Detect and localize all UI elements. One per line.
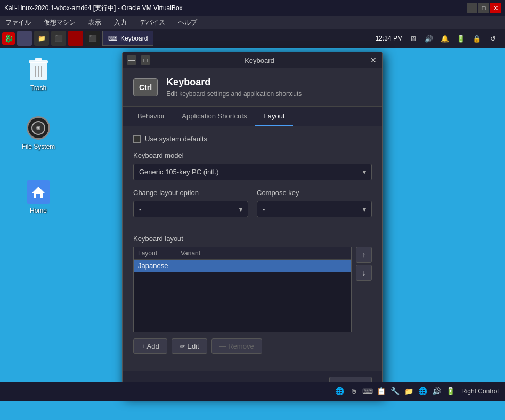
- edit-button[interactable]: ✏ Edit: [172, 338, 207, 354]
- compose-key-dropdown[interactable]: -: [257, 201, 372, 217]
- tb-icon-4[interactable]: 📋: [376, 386, 387, 397]
- win-minimize-btn[interactable]: —: [467, 3, 477, 13]
- tab-behavior[interactable]: Behavior: [129, 107, 173, 126]
- dialog-close-btn[interactable]: ✕: [369, 55, 378, 65]
- taskbar-icon-4[interactable]: [68, 31, 83, 46]
- remove-button[interactable]: — Remove: [211, 338, 262, 354]
- menu-bar: ファイル 仮想マシン 表示 入力 デバイス ヘルプ: [0, 16, 505, 29]
- tb-icon-8[interactable]: 🔊: [431, 386, 442, 397]
- use-system-defaults-label: Use system defaults: [145, 135, 207, 143]
- win-restore-btn[interactable]: □: [478, 3, 489, 13]
- win-close-btn[interactable]: ✕: [490, 3, 501, 13]
- taskbar-right: 12:34 PM 🖥 🔊 🔔 🔋 🔒 ↺: [376, 33, 503, 44]
- taskbar-icon-2[interactable]: 📁: [34, 31, 49, 46]
- tab-layout[interactable]: Layout: [255, 107, 293, 126]
- dialog-title: Keyboard: [154, 56, 364, 64]
- col-header-layout: Layout: [138, 249, 181, 257]
- dialog-minimize-btn[interactable]: —: [127, 55, 136, 65]
- taskbar-refresh-icon[interactable]: ↺: [487, 33, 499, 44]
- dialog-overlay: — □ Keyboard ✕ Ctrl Keyboard Edit keyboa…: [0, 48, 505, 401]
- keyboard-dialog: — □ Keyboard ✕ Ctrl Keyboard Edit keyboa…: [122, 52, 383, 397]
- tb-icon-3[interactable]: ⌨: [362, 386, 373, 397]
- tb-icon-2[interactable]: 🖱: [348, 386, 359, 397]
- row-variant: [181, 262, 347, 270]
- compose-key-dropdown-wrapper: - ▼: [257, 201, 372, 217]
- menu-devices[interactable]: デバイス: [137, 17, 167, 28]
- keyboard-model-dropdown[interactable]: Generic 105-key PC (intl.) Generic 101-k…: [133, 164, 372, 180]
- two-col-row: Change layout option - ▼ Compose key: [133, 189, 372, 226]
- taskbar-battery-icon[interactable]: 🔋: [455, 33, 467, 44]
- taskbar-app-label: Keyboard: [120, 35, 148, 42]
- move-up-btn[interactable]: ↑: [356, 247, 372, 263]
- dialog-body: Use system defaults Keyboard model Gener…: [123, 126, 382, 371]
- tb-icon-7[interactable]: 🌐: [418, 386, 428, 397]
- taskbar-top: 🐉 📁 ⬛ ⬛ ⌨ Keyboard 12:34 PM 🖥 🔊 🔔 🔋 🔒 ↺: [0, 29, 505, 48]
- dialog-heading: Keyboard: [166, 77, 302, 88]
- table-header: Layout Variant: [134, 247, 351, 260]
- bottom-action-buttons: + Add ✏ Edit — Remove: [133, 338, 372, 354]
- keyboard-model-label: Keyboard model: [133, 151, 372, 159]
- taskbar-app-keyboard[interactable]: ⌨ Keyboard: [102, 31, 153, 46]
- use-system-defaults-checkbox[interactable]: [133, 135, 141, 143]
- use-system-defaults-row: Use system defaults: [133, 135, 372, 143]
- taskbar-bottom: 🌐 🖱 ⌨ 📋 🔧 📁 🌐 🔊 🔋 Right Control: [0, 382, 505, 401]
- tabs: Behavior Application Shortcuts Layout: [123, 107, 382, 126]
- dialog-header-text: Keyboard Edit keyboard settings and appl…: [166, 77, 302, 98]
- taskbar-icon-5[interactable]: ⬛: [85, 31, 100, 46]
- dialog-header: Ctrl Keyboard Edit keyboard settings and…: [123, 68, 382, 107]
- row-layout: Japanese: [138, 262, 181, 270]
- menu-input[interactable]: 入力: [112, 17, 129, 28]
- keyboard-layout-section: Keyboard layout Layout Variant Japanese: [133, 235, 372, 332]
- move-down-btn[interactable]: ↓: [356, 265, 372, 281]
- change-layout-label: Change layout option: [133, 189, 248, 197]
- taskbar-volume-icon[interactable]: 🔊: [423, 33, 435, 44]
- taskbar-icon-1[interactable]: [17, 31, 32, 46]
- win-titlebar: Kali-Linux-2020.1-vbox-amd64 [実行中] - Ora…: [0, 0, 505, 16]
- taskbar-icon-kali[interactable]: 🐉: [2, 32, 15, 45]
- keyboard-model-dropdown-wrapper: Generic 105-key PC (intl.) Generic 101-k…: [133, 164, 372, 180]
- ctrl-badge: Ctrl: [133, 78, 158, 96]
- tb-icon-1[interactable]: 🌐: [335, 386, 345, 397]
- add-button[interactable]: + Add: [133, 338, 167, 354]
- tb-icon-6[interactable]: 📁: [404, 386, 414, 397]
- clock: 12:34 PM: [376, 35, 403, 42]
- tab-shortcuts[interactable]: Application Shortcuts: [173, 107, 255, 126]
- desktop: Trash File System Home: [0, 48, 505, 401]
- right-control-label: Right Control: [461, 387, 499, 395]
- dialog-maximize-btn[interactable]: □: [141, 55, 150, 65]
- taskbar-icon-3[interactable]: ⬛: [51, 31, 66, 46]
- layout-table: Layout Variant Japanese: [133, 247, 352, 332]
- tb-icon-5[interactable]: 🔧: [390, 386, 401, 397]
- menu-help[interactable]: ヘルプ: [176, 17, 199, 28]
- col-header-variant: Variant: [181, 249, 347, 257]
- table-side-buttons: ↑ ↓: [356, 247, 372, 332]
- win-title: Kali-Linux-2020.1-vbox-amd64 [実行中] - Ora…: [4, 4, 467, 13]
- menu-vm[interactable]: 仮想マシン: [42, 17, 78, 28]
- tb-icon-9[interactable]: 🔋: [445, 386, 456, 397]
- table-with-btns: Layout Variant Japanese ↑ ↓: [133, 247, 372, 332]
- taskbar-app-icon: ⌨: [108, 35, 117, 42]
- taskbar-monitor-icon[interactable]: 🖥: [407, 33, 419, 44]
- compose-key-col: Compose key - ▼: [257, 189, 372, 226]
- dialog-subheading: Edit keyboard settings and application s…: [166, 90, 302, 98]
- change-layout-dropdown[interactable]: -: [133, 201, 248, 217]
- compose-key-label: Compose key: [257, 189, 372, 197]
- taskbar-lock-icon[interactable]: 🔒: [471, 33, 483, 44]
- menu-view[interactable]: 表示: [86, 17, 103, 28]
- table-row[interactable]: Japanese: [134, 260, 351, 272]
- taskbar-bell-icon[interactable]: 🔔: [439, 33, 451, 44]
- dialog-titlebar: — □ Keyboard ✕: [123, 52, 382, 68]
- win-titlebar-buttons: — □ ✕: [467, 3, 501, 13]
- change-layout-col: Change layout option - ▼: [133, 189, 248, 226]
- keyboard-layout-label: Keyboard layout: [133, 235, 372, 243]
- change-layout-dropdown-wrapper: - ▼: [133, 201, 248, 217]
- menu-file[interactable]: ファイル: [3, 17, 33, 28]
